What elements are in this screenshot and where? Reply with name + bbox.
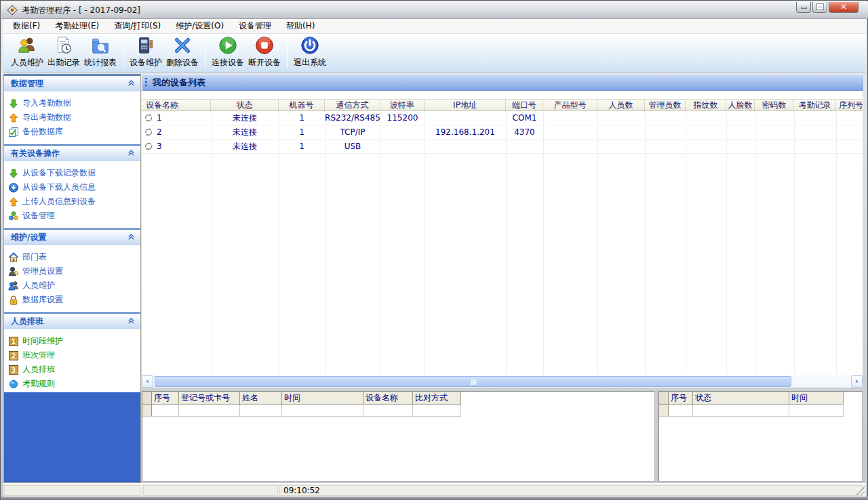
sidebar-item-import-attendance-data[interactable]: 导入考勤数据 [8,96,140,110]
row-selector-cell[interactable] [142,404,152,417]
device-column-header-2[interactable]: 机器号 [279,100,325,112]
bottom-column-header-1[interactable]: 状态 [693,392,789,404]
device-column-header-14[interactable]: 序列号 [836,100,863,112]
close-button[interactable]: ✕ [829,2,859,13]
disconnect-device-button[interactable]: 断开设备 [246,35,283,70]
sidebar-item-device-management[interactable]: 设备管理 [8,209,140,223]
sidebar-item-label: 管理员设置 [22,266,63,277]
bottom-column-header-0[interactable]: 序号 [669,392,693,404]
device-column-header-11[interactable]: 人脸数 [726,100,755,112]
column-grid-line [686,112,686,375]
sidebar-item-backup-database[interactable]: 备份数据库 [8,125,140,139]
maximize-button[interactable] [812,2,827,13]
window-title: 考勤管理程序 - [ - 2017-09-02] [22,5,140,16]
svg-text:2: 2 [12,352,16,360]
sync-icon [144,113,153,123]
sidebar-item-label: 导入考勤数据 [22,98,71,109]
sidebar-item-attendance-rules[interactable]: 考勤规则 [8,377,140,391]
device-maintenance-button[interactable]: 设备维护 [127,35,164,70]
scrollbar-thumb[interactable] [155,376,791,387]
chevron-up-double-icon[interactable] [127,149,135,159]
menu-item-maintenance-settings[interactable]: 维护/设置(O) [170,19,229,33]
device-cell [755,111,794,125]
menu-item-help[interactable]: 帮助(H) [281,19,320,33]
sidebar-section-header-1[interactable]: 有关设备操作 [4,144,140,161]
device-column-header-8[interactable]: 人员数 [597,100,645,112]
sidebar-item-label: 考勤规则 [22,378,55,390]
horizontal-scrollbar[interactable]: ‹ › [142,375,863,388]
sidebar-item-department-table[interactable]: 部门表 [8,250,140,264]
sidebar-section-header-0[interactable]: 数据管理 [4,75,140,91]
sidebar-item-label: 时间段维护 [22,335,63,347]
device-cell [836,125,863,140]
bottom-column-header-1[interactable]: 登记号或卡号 [179,392,240,404]
people-icon [17,35,37,56]
row-selector-cell[interactable] [659,404,669,417]
bottom-column-header-4[interactable]: 设备名称 [363,392,413,404]
scroll-left-button[interactable]: ‹ [142,375,153,388]
device-column-header-1[interactable]: 状态 [211,100,279,112]
sidebar-item-personnel-maintenance[interactable]: 人员维护 [8,278,140,293]
device-column-header-10[interactable]: 指纹数 [686,100,726,112]
bottom-column-header-2[interactable]: 时间 [789,392,844,404]
device-column-header-4[interactable]: 波特率 [380,100,425,112]
minimize-button[interactable] [796,2,811,13]
device-column-header-9[interactable]: 管理员数 [645,100,686,112]
bottom-column-header-2[interactable]: 姓名 [240,392,282,404]
sidebar-section-header-3[interactable]: 人员排班 [4,312,140,329]
attendance-records-button[interactable]: 出勤记录 [45,35,82,70]
personnel-maintenance-label: 人员维护 [11,57,43,68]
sidebar-item-personnel-scheduling[interactable]: 3人员排班 [8,362,140,377]
menu-item-query-print[interactable]: 查询/打印(S) [108,19,166,33]
device-column-header-7[interactable]: 产品型号 [543,100,597,112]
sidebar-item-download-personnel-from-device[interactable]: 从设备下载人员信息 [8,180,140,194]
device-column-header-13[interactable]: 考勤记录 [794,100,836,112]
bottom-column-header-3[interactable]: 时间 [282,392,363,404]
device-cell [755,125,794,140]
empty-cell [413,404,461,417]
toolbar: 人员维护出勤记录统计报表设备维护删除设备连接设备断开设备退出系统 [3,34,866,72]
device-column-header-0[interactable]: 设备名称 [142,100,211,112]
device-maintenance-label: 设备维护 [130,57,162,68]
toolbar-separator [205,37,205,68]
device-column-header-3[interactable]: 通信方式 [325,100,380,112]
sidebar-item-export-attendance-data[interactable]: 导出考勤数据 [8,110,140,125]
chevron-up-double-icon[interactable] [127,317,135,327]
statistical-reports-label: 统计报表 [84,57,117,68]
device-cell: 1 [279,140,325,154]
device-column-header-5[interactable]: IP地址 [425,100,506,112]
device-cell [755,140,794,154]
device-column-header-6[interactable]: 端口号 [506,100,543,112]
sidebar-section-items-3: 1时间段维护2班次管理3人员排班考勤规则 [4,329,140,396]
sidebar-item-upload-personnel-to-device[interactable]: 上传人员信息到设备 [8,194,140,209]
chevron-up-double-icon[interactable] [127,79,135,89]
toolbar-separator [287,37,288,68]
disconnect-device-label: 断开设备 [248,57,281,68]
statistical-reports-button[interactable]: 统计报表 [82,35,119,70]
menu-item-data[interactable]: 数据(F) [7,19,45,33]
exit-system-button[interactable]: 退出系统 [292,35,328,70]
bottom-table-header: 序号状态时间 [659,392,844,404]
svg-text:1: 1 [12,338,16,346]
connect-device-button[interactable]: 连接设备 [210,35,246,70]
sidebar-item-shift-management[interactable]: 2班次管理 [8,348,140,362]
drag-grip-icon[interactable] [145,78,147,88]
resize-grip-icon[interactable] [856,486,865,495]
scroll-right-button[interactable]: › [851,375,863,388]
personnel-maintenance-button[interactable]: 人员维护 [9,35,45,70]
sidebar-item-download-records-from-device[interactable]: 从设备下载记录数据 [8,166,140,180]
column-grid-line [597,112,598,375]
sidebar-item-administrator-settings[interactable]: 管理员设置 [8,264,140,278]
menu-item-attendance-processing[interactable]: 考勤处理(E) [50,19,104,33]
bottom-column-header-5[interactable]: 比对方式 [413,392,461,404]
sidebar-item-time-period-maintenance[interactable]: 1时间段维护 [8,334,140,348]
bottom-column-header-0[interactable]: 序号 [152,392,179,404]
connect-play-icon [218,35,238,56]
sidebar-item-database-settings[interactable]: 数据库设置 [8,293,140,307]
menu-item-device-management[interactable]: 设备管理 [233,19,277,33]
chevron-up-double-icon[interactable] [127,233,135,243]
delete-device-button[interactable]: 删除设备 [164,35,201,70]
sidebar-section-header-2[interactable]: 维护/设置 [4,228,140,245]
device-column-header-12[interactable]: 密码数 [755,100,794,112]
device-icon [136,35,156,56]
